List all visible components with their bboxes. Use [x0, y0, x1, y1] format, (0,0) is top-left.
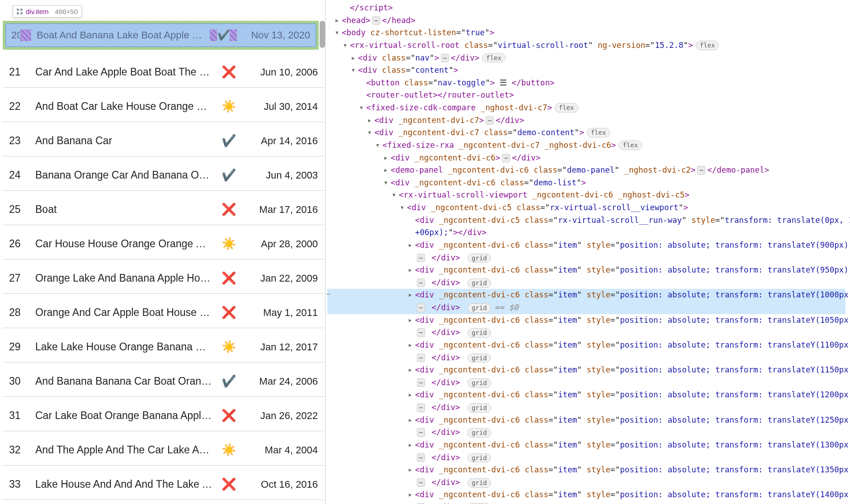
expand-arrow-icon[interactable] [384, 178, 391, 188]
dom-node[interactable]: <div _ngcontent-dvi-c6 class="item" styl… [327, 489, 845, 501]
dom-node[interactable]: <div _ngcontent-dvi-c6 class="item" styl… [327, 389, 845, 401]
dom-node-continuation[interactable]: </div> grid [327, 326, 845, 339]
layout-badge[interactable]: grid [468, 403, 491, 413]
dom-node[interactable]: <head></head> [327, 14, 845, 27]
expand-arrow-icon[interactable] [384, 165, 391, 176]
expand-arrow-icon[interactable] [409, 465, 415, 476]
dom-node-continuation[interactable]: </div> grid [327, 377, 845, 389]
dom-node[interactable]: <div _ngcontent-dvi-c6 class="item" styl… [327, 264, 845, 277]
layout-badge[interactable]: flex [696, 41, 719, 50]
list-item[interactable]: 33Lake House And And And The Lake A…❌Oct… [3, 466, 324, 500]
expand-arrow-icon[interactable] [409, 440, 415, 451]
dom-node[interactable]: <div _ngcontent-dvi-c6 class="item" styl… [327, 364, 845, 377]
dom-node[interactable]: <div _ngcontent-dvi-c7 class="demo-conte… [327, 127, 845, 139]
dom-node[interactable]: <fixed-size-rxa _ngcontent-dvi-c7 _nghos… [327, 139, 845, 152]
expand-arrow-icon[interactable] [352, 53, 358, 64]
ellipsis-icon[interactable] [417, 278, 425, 287]
expand-arrow-icon[interactable] [368, 127, 374, 138]
dom-node-continuation[interactable]: </div> grid [327, 476, 845, 489]
layout-badge[interactable]: grid [468, 428, 491, 438]
dom-node[interactable]: <rx-virtual-scroll-viewport _ngcontent-d… [327, 189, 845, 202]
dom-node[interactable]: <div _ngcontent-dvi-c7></div> [327, 114, 845, 127]
list-item[interactable]: 31Car Lake Boat Orange Banana Apple …❌Ja… [3, 397, 324, 431]
dom-node[interactable]: <rx-virtual-scroll-root class="virtual-s… [327, 39, 845, 52]
expand-arrow-icon[interactable] [376, 140, 382, 151]
expand-arrow-icon[interactable] [401, 203, 407, 213]
dom-node[interactable]: <router-outlet></router-outlet> [327, 89, 845, 102]
dom-node-continuation[interactable]: </div> grid== $0 [327, 301, 845, 314]
ellipsis-icon[interactable] [417, 254, 425, 263]
dom-node[interactable]: <body cz-shortcut-listen="true"> [327, 27, 845, 39]
expand-arrow-icon[interactable] [409, 390, 415, 400]
ellipsis-icon[interactable] [417, 328, 425, 337]
expand-arrow-icon[interactable] [409, 290, 415, 301]
dom-node[interactable]: <div _ngcontent-dvi-c6 class="item" styl… [327, 314, 845, 327]
expand-arrow-icon[interactable] [344, 40, 350, 51]
ellipsis-icon[interactable] [697, 166, 705, 175]
dom-node[interactable]: <div _ngcontent-dvi-c5 class="rx-virtual… [327, 202, 845, 214]
expand-arrow-icon[interactable] [409, 365, 415, 376]
dom-node[interactable]: <div _ngcontent-dvi-c6 class="demo-list"… [327, 177, 845, 189]
ellipsis-icon[interactable] [417, 428, 425, 437]
virtual-list[interactable]: 21Car And Lake Apple Boat Boat The C…❌Ju… [3, 53, 324, 504]
expand-arrow-icon[interactable] [409, 240, 415, 251]
devtools-elements-panel[interactable]: </script><head></head><body cz-shortcut-… [326, 0, 850, 504]
ellipsis-icon[interactable] [417, 353, 425, 363]
list-item[interactable]: 24Banana Orange Car And Banana Oran…✔️Ju… [3, 156, 324, 191]
layout-badge[interactable]: grid [468, 478, 491, 488]
ellipsis-icon[interactable] [417, 378, 425, 387]
expand-arrow-icon[interactable] [335, 28, 342, 38]
ellipsis-icon[interactable] [417, 303, 425, 312]
ellipsis-icon[interactable] [372, 16, 380, 25]
dom-node[interactable]: <div _ngcontent-dvi-c5 class="rx-virtual… [327, 214, 845, 227]
list-item[interactable]: 29Lake Lake House Orange Banana Ban…☀️Ja… [3, 328, 324, 363]
ellipsis-icon[interactable] [417, 403, 425, 412]
layout-badge[interactable]: grid [468, 278, 491, 288]
dom-node[interactable]: <div class="content"> [327, 64, 845, 77]
layout-badge[interactable]: grid [468, 303, 491, 313]
dom-node[interactable]: </script> [327, 2, 845, 14]
dom-node[interactable]: <div _ngcontent-dvi-c6 class="item" styl… [327, 239, 845, 252]
dom-node[interactable]: <div class="nav"></div>flex [327, 52, 845, 65]
expand-arrow-icon[interactable] [352, 65, 358, 76]
expand-arrow-icon[interactable] [360, 103, 366, 113]
layout-badge[interactable]: grid [468, 353, 491, 363]
expand-arrow-icon[interactable] [384, 153, 391, 164]
layout-badge[interactable]: flex [482, 53, 505, 63]
dom-node-continuation[interactable]: </div> grid [327, 252, 845, 264]
dom-node-continuation[interactable]: </div> grid [327, 426, 845, 439]
dom-node[interactable]: <div _ngcontent-dvi-c6></div> [327, 152, 845, 165]
dom-node[interactable]: <div _ngcontent-dvi-c6 class="item" styl… [327, 414, 845, 427]
ellipsis-icon[interactable] [417, 478, 425, 487]
list-item[interactable]: 23And Banana Car✔️Apr 14, 2016 [3, 122, 324, 156]
layout-badge[interactable]: grid [468, 378, 491, 388]
dom-node-continuation[interactable]: </div> grid [327, 352, 845, 364]
dom-node[interactable]: <fixed-size-cdk-compare _nghost-dvi-c7>f… [327, 102, 845, 114]
expand-arrow-icon[interactable] [409, 415, 415, 426]
dom-node[interactable]: <demo-panel _ngcontent-dvi-c6 class="dem… [327, 164, 845, 177]
layout-badge[interactable]: grid [468, 453, 491, 463]
expand-arrow-icon[interactable] [409, 340, 415, 351]
list-item[interactable]: 25Boat❌Mar 17, 2016 [3, 191, 324, 225]
list-item[interactable]: 30And Banana Banana Car Boat Orange …✔️M… [3, 363, 324, 397]
list-item[interactable]: 21Car And Lake Apple Boat Boat The C…❌Ju… [3, 53, 324, 88]
dom-node-continuation[interactable]: </div> grid [327, 401, 845, 414]
dom-node[interactable]: <div _ngcontent-dvi-c6 class="item" styl… [327, 464, 845, 476]
expand-arrow-icon[interactable] [368, 115, 374, 126]
ellipsis-icon[interactable] [502, 154, 510, 163]
list-item[interactable]: 27Orange Lake And Banana Apple Hous…❌Jan… [3, 259, 324, 294]
ellipsis-icon[interactable] [486, 116, 494, 125]
dom-node[interactable]: ⋯<div _ngcontent-dvi-c6 class="item" sty… [327, 289, 845, 301]
list-item[interactable]: 32And The Apple And The Car Lake Ap…☀️Ma… [3, 431, 324, 466]
dom-node-continuation[interactable]: </div> grid [327, 452, 845, 464]
list-item[interactable]: 26Car House House Orange Orange And…☀️Ap… [3, 225, 324, 259]
dom-node-continuation[interactable]: </div> grid [327, 277, 845, 289]
dom-node-continuation[interactable]: </div> grid [327, 501, 845, 504]
dom-node[interactable]: <button class="nav-toggle"> ☰ </button> [327, 77, 845, 89]
expand-arrow-icon[interactable] [409, 490, 415, 500]
layout-badge[interactable]: flex [587, 128, 610, 137]
expand-arrow-icon[interactable] [409, 315, 415, 326]
dom-node[interactable]: <div _ngcontent-dvi-c6 class="item" styl… [327, 339, 845, 352]
expand-arrow-icon[interactable] [335, 15, 342, 26]
layout-badge[interactable]: grid [468, 328, 491, 338]
